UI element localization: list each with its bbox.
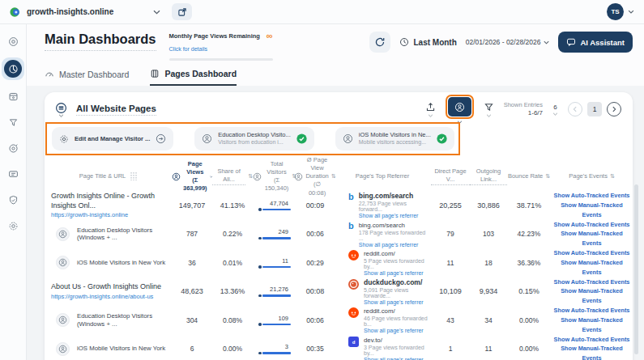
site-picker[interactable]: growth-insights.online [10,6,160,18]
annotation-highlight-segments [446,95,474,119]
chevron-down-icon [153,10,160,15]
sidebar-item-home[interactable] [3,32,23,51]
page-events-cell: Show Auto-Tracked Events Show Manual-Tra… [551,191,633,219]
col-share[interactable]: Share of All...⇅ [212,167,253,185]
site-name: growth-insights.online [27,7,113,16]
show-auto-tracked-events-link[interactable]: Show Auto-Tracked Events [551,248,633,258]
page-url-link[interactable]: https://growth-insights.online/about-us [51,293,153,300]
refresh-button[interactable] [369,32,390,53]
sidebar-item-goals[interactable] [3,138,23,158]
tab-pages-dashboard[interactable]: Pages Dashboard [150,69,237,86]
table-row: Growth Insights Online - Growth Insights… [45,191,633,220]
sidebar-item-settings[interactable] [3,216,23,235]
date-range-picker[interactable]: 02/01/2026 - 02/28/2026 [466,38,550,46]
show-all-referrer-link[interactable]: Show all page's referrer [364,299,431,305]
show-manual-tracked-events-link[interactable]: Show Manual-Tracked Events [551,201,633,219]
show-auto-tracked-events-link[interactable]: Show Auto-Tracked Events [551,277,633,287]
chip-segment-ios-mobile[interactable]: iOS Mobile Visitors in Ne... Mobile visi… [335,127,454,150]
col-direct-views[interactable]: Direct Page V... [431,167,470,185]
reddit-icon [348,307,359,318]
show-manual-tracked-events-link[interactable]: Show Manual-Tracked Events [551,316,633,334]
show-all-referrer-link[interactable]: Show all page's referrer [364,357,431,360]
sidebar-item-privacy[interactable] [3,190,23,210]
table-scrollbar[interactable] [634,184,638,354]
arrow-right-circle-icon [156,133,166,144]
table-row: Education Desktop Visitors (Windows + ..… [45,220,633,249]
direct-views-value: 11 [431,259,470,267]
show-manual-tracked-events-link[interactable]: Show Manual-Tracked Events [551,229,633,248]
sidebar-item-funnels[interactable] [3,112,23,132]
ai-assistant-button[interactable]: AI Assistant [558,32,633,53]
current-page[interactable]: 1 [587,102,602,116]
page-views-value: 787 [172,230,212,238]
avatar-chevron-icon[interactable] [628,10,634,14]
referrer-detail: 178 Page views forwarded ... [359,230,431,241]
clock-icon [399,37,409,47]
page-url-link[interactable]: https://growth-insights.online [51,211,128,218]
show-manual-tracked-events-link[interactable]: Show Manual-Tracked Events [551,286,633,305]
col-avg-duration[interactable]: Ø Page View Duration(∅ 00:08) ⇅ [296,156,334,197]
sidebar-item-sessions[interactable] [3,164,23,184]
table-row: iOS Mobile Visitors in New York 6 0.00% … [45,335,633,360]
sidebar-item-calendar[interactable] [3,87,23,106]
col-page-events[interactable]: Page's Events⇅ [551,172,633,180]
outgoing-links-value: 30,886 [470,201,507,210]
shown-entries: Shown Entries 1-6/7 [504,101,543,116]
quota-label: Monthly Page Views Remaining [169,32,260,40]
filter-button[interactable] [484,102,494,117]
show-all-referrer-link[interactable]: Show all page's referrer [359,213,431,218]
page-events-cell: Show Auto-Tracked Events Show Manual-Tra… [551,306,633,334]
quota-widget[interactable]: Monthly Page Views Remaining ∞ Click for… [169,32,273,61]
page-size-select[interactable]: 6 [552,104,558,116]
page-views-value: 6 [172,345,212,353]
visitors-sparkline [258,294,291,298]
sidebar-item-dashboards[interactable] [2,57,24,80]
next-page-button[interactable] [607,102,621,116]
page-title: Growth Insights Online - Growth Insights… [51,192,172,210]
export-button[interactable] [425,102,436,117]
pages-icon [150,69,160,78]
open-site-button[interactable] [172,3,192,20]
show-all-referrer-link[interactable]: Show all page's referrer [364,328,431,333]
show-all-referrer-link[interactable]: Show all page's referrer [364,270,431,276]
direct-views-value: 79 [431,230,470,238]
person-icon [294,172,303,181]
col-bounce-rate[interactable]: Bounce Rate⇅ [507,172,551,180]
chip-edit-segments[interactable]: Edit and Manage Visitor ... [52,127,173,150]
segments-button[interactable] [446,95,474,124]
total-visitors-value: 3 [285,343,291,350]
col-page-views[interactable]: Page Views(Σ 363,999) [172,160,212,193]
gear-icon [8,221,19,231]
chip-segment-education-desktop[interactable]: Education Desktop Visito... Visitors fro… [194,127,314,150]
all-website-pages-panel: All Website Pages [45,92,633,360]
col-total-visitors[interactable]: Total Visitors(Σ 150,340) ⇅ [253,160,296,193]
top-referrer-cell: duckduckgo.com/ 5,091 Page views forward… [334,278,431,305]
quota-details-link[interactable]: Click for details [169,46,207,52]
bounce-rate-value: 42.23% [507,230,551,238]
tab-master-dashboard[interactable]: Master Dashboard [45,69,129,86]
total-visitors-cell: 47,704 [253,200,296,211]
direct-views-value: 1 [431,345,470,353]
prev-page-button[interactable] [568,102,582,116]
show-manual-tracked-events-link[interactable]: Show Manual-Tracked Events [551,258,633,277]
person-icon [58,316,67,324]
period-selector[interactable]: Last Month [399,37,456,47]
show-manual-tracked-events-link[interactable]: Show Manual-Tracked Events [551,344,633,360]
col-page-title-url[interactable]: Page Title & URL [45,172,172,180]
person-icon [172,172,181,181]
duckduckgo-icon [348,279,359,290]
avatar[interactable]: TS [607,3,624,20]
total-visitors-cell: 3 [253,343,296,354]
table-options-icon[interactable] [55,102,67,117]
page-header: Main Dashboards Monthly Page Views Remai… [27,24,644,61]
show-auto-tracked-events-link[interactable]: Show Auto-Tracked Events [551,306,633,316]
col-outgoing-links[interactable]: Outgoing Link... [470,167,507,185]
show-auto-tracked-events-link[interactable]: Show Auto-Tracked Events [551,335,633,345]
outgoing-links-value: 18 [470,259,507,267]
total-visitors-cell: 109 [253,315,296,326]
show-all-referrer-link[interactable]: Show all page's referrer [359,242,431,248]
show-auto-tracked-events-link[interactable]: Show Auto-Tracked Events [551,191,633,201]
show-auto-tracked-events-link[interactable]: Show Auto-Tracked Events [551,220,633,230]
visitors-sparkline [258,208,291,211]
outgoing-links-value: 103 [470,230,507,238]
